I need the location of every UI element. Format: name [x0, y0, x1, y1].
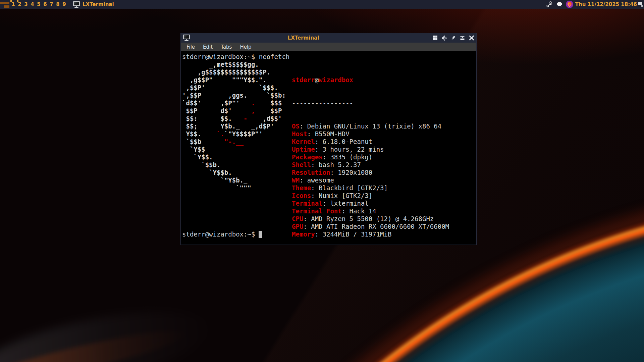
top-panel: 123456789 LXTerminal Thu 11	[0, 0, 644, 9]
neofetch-value: : B550M-HDV	[307, 130, 350, 138]
maximize-icon[interactable]	[460, 35, 465, 41]
workspace-label: 7	[50, 1, 53, 7]
neofetch-info-line: Host: B550M-HDV	[292, 130, 449, 138]
neofetch-value: : Hack 14	[342, 207, 376, 215]
menu-item-edit[interactable]: Edit	[200, 43, 216, 51]
wallpaper-gray-streak	[0, 296, 215, 362]
neofetch-label: OS	[292, 122, 300, 130]
ascii-art-line: $$; Y$b._ _,d$P'	[182, 122, 286, 130]
window-title: LXTerminal	[181, 35, 426, 41]
pin-icon[interactable]	[451, 35, 456, 41]
neofetch-label: Memory	[292, 230, 315, 238]
workspace-3[interactable]: 3	[23, 0, 29, 9]
neofetch-info-line: GPU: AMD ATI Radeon RX 6600/6600 XT/6600…	[292, 223, 449, 230]
workspace-label: 3	[24, 1, 28, 7]
ascii-art-line: ,$$P' `$$$.	[182, 84, 286, 92]
workspace-7[interactable]: 7	[48, 0, 55, 9]
neofetch-label: Uptime	[292, 146, 315, 153]
neofetch-info-line: Terminal: lxterminal	[292, 200, 449, 207]
workspace-label: 1	[11, 1, 15, 7]
awesome-menu-button[interactable]	[0, 0, 10, 9]
command-line: stderr@wizardbox:~$ neofetch	[182, 53, 289, 61]
neofetch-label: Packages	[292, 153, 323, 161]
steam-icon[interactable]	[546, 1, 553, 8]
neofetch-value: : bash 5.2.37	[311, 161, 361, 168]
workspace-2[interactable]: 2	[16, 0, 23, 9]
neofetch-info-line: WM: awesome	[292, 176, 449, 184]
ascii-art-line: $$P d$' , $$P	[182, 107, 286, 115]
neofetch-value: : lxterminal	[323, 200, 369, 207]
ascii-art-line: `"Y$b._	[182, 176, 286, 184]
menu-item-help[interactable]: Help	[236, 43, 255, 51]
workspace-switcher: 123456789	[10, 0, 67, 9]
neofetch-info-line: Theme: Blackbird [GTK2/3]	[292, 184, 449, 192]
workspace-indicator	[10, 0, 12, 2]
workspace-label: 5	[37, 1, 40, 7]
menu-item-tabs[interactable]: Tabs	[217, 43, 235, 51]
workspace-6[interactable]: 6	[42, 0, 48, 9]
workspace-label: 8	[56, 1, 59, 7]
command-prompt: stderr@wizardbox:~$	[182, 53, 259, 60]
neofetch-user: stderr	[292, 76, 315, 84]
ascii-art-line: `"""	[182, 184, 286, 192]
ascii-art-line: Y$$. `.`"Y$$$$P"'	[182, 130, 286, 138]
workspace-9[interactable]: 9	[61, 0, 67, 9]
titlebar[interactable]: LXTerminal	[181, 33, 476, 43]
neofetch-value: : AMD Ryzen 5 5500 (12) @ 4.268GHz	[303, 215, 434, 222]
neofetch-value: : 3244MiB / 31971MiB	[315, 230, 392, 238]
wallpaper-orange-streak	[0, 322, 188, 362]
workspace-label: 2	[18, 1, 21, 7]
taskbar-item-lxterminal[interactable]: LXTerminal	[71, 0, 116, 9]
neofetch-label: Icons	[292, 192, 311, 199]
workspace-4[interactable]: 4	[29, 0, 36, 9]
workspace-1[interactable]: 1	[10, 0, 16, 9]
neofetch-underline: ----------------	[292, 99, 449, 107]
grid-icon[interactable]	[432, 35, 438, 41]
neofetch-value: : Blackbird [GTK2/3]	[311, 184, 388, 192]
system-tray	[546, 1, 573, 8]
lxterminal-window: LXTerminal	[180, 33, 477, 245]
ascii-art-line: `$$b.	[182, 161, 286, 169]
floating-layout-icon[interactable]	[638, 2, 644, 7]
ascii-art-line: `Y$$b.	[182, 169, 286, 176]
ascii-art-line: ',$$P ,ggs. `$$b:	[182, 92, 286, 99]
neofetch-info-line: OS: Debian GNU/Linux 13 (trixie) x86_64	[292, 122, 449, 130]
neofetch-label: Resolution	[292, 169, 330, 176]
ascii-art-line: _,met$$$$$gg.	[182, 61, 286, 68]
clock: Thu 11/12/2025 18:46	[575, 1, 637, 7]
flame-icon[interactable]	[566, 1, 573, 8]
neofetch-header: stderr@wizardbox	[292, 76, 449, 84]
neofetch-label: WM	[292, 176, 300, 184]
workspace-8[interactable]: 8	[55, 0, 61, 9]
neofetch-info-line: Uptime: 3 hours, 22 mins	[292, 146, 449, 153]
neofetch-label: GPU	[292, 223, 303, 230]
neofetch-label: Terminal	[292, 200, 323, 207]
workspace-label: 9	[62, 1, 66, 7]
workspace-5[interactable]: 5	[36, 0, 42, 9]
chat-bubble-icon[interactable]	[556, 1, 563, 8]
menu-item-file[interactable]: File	[183, 43, 198, 51]
neofetch-value: : 6.18.0-Peanut	[315, 138, 373, 145]
ascii-art-line: `Y$$	[182, 146, 286, 153]
neofetch-info-line: Terminal Font: Hack 14	[292, 207, 449, 215]
workspace-indicator	[17, 0, 18, 2]
ascii-art-line: ,g$$P" """Y$$.".	[182, 76, 286, 84]
neofetch-info-line: Memory: 3244MiB / 31971MiB	[292, 230, 449, 238]
terminal-body[interactable]: stderr@wizardbox:~$ neofetch _,met$$$$$g…	[181, 51, 476, 245]
window-controls	[432, 33, 474, 43]
ascii-art-line: `$$b "-.__	[182, 138, 286, 146]
menu-bar: FileEditTabsHelp	[181, 43, 476, 51]
neofetch-label: Theme	[292, 184, 311, 192]
terminal-cursor	[259, 231, 262, 238]
neofetch-value: : Numix [GTK2/3]	[311, 192, 372, 199]
neofetch-label: CPU	[292, 215, 303, 222]
close-icon[interactable]	[469, 35, 474, 41]
move-icon[interactable]	[441, 35, 447, 41]
neofetch-label: Shell	[292, 161, 311, 168]
neofetch-label: Kernel	[292, 138, 315, 145]
neofetch-info-lines: OS: Debian GNU/Linux 13 (trixie) x86_64H…	[292, 122, 449, 238]
neofetch-info: stderr@wizardbox ---------------- OS: De…	[292, 61, 449, 245]
shell-prompt: stderr@wizardbox:~$	[182, 230, 262, 238]
neofetch-host: wizardbox	[319, 76, 353, 84]
ascii-art-line: `d$$' ,$P"' . $$$	[182, 99, 286, 107]
